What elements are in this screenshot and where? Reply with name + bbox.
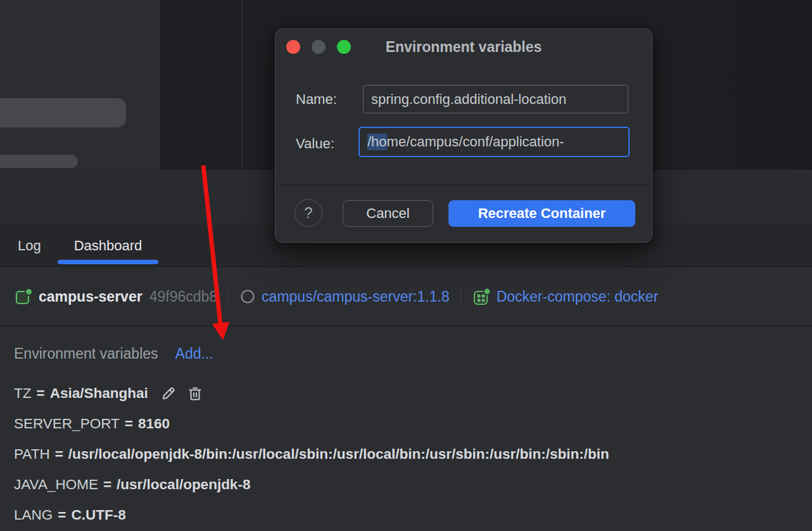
- tab-active-underline: [58, 260, 159, 264]
- question-mark-icon: ?: [304, 204, 312, 222]
- dashboard-content: Environment variables Add... TZ = Asia/S…: [0, 327, 812, 531]
- ide-window: Log Dashboard campus-server 49f96cdb8 ca…: [0, 0, 812, 531]
- dialog-footer-divider: [276, 184, 652, 185]
- env-row: PATH = /usr/local/openjdk-8/bin:/usr/loc…: [14, 439, 812, 470]
- value-field-label: Value:: [296, 136, 334, 152]
- edit-pencil-icon[interactable]: [160, 385, 177, 402]
- tab-log[interactable]: Log: [1, 225, 58, 266]
- trash-icon[interactable]: [186, 385, 204, 402]
- env-key: LANG: [14, 507, 53, 523]
- env-key: TZ: [14, 385, 32, 402]
- docker-compose-running-icon: [472, 287, 491, 306]
- recreate-container-button[interactable]: Recreate Container: [448, 200, 635, 227]
- compose-link[interactable]: Docker-compose: docker: [497, 288, 659, 305]
- env-equals: =: [37, 385, 45, 402]
- env-key: SERVER_PORT: [14, 416, 120, 432]
- container-id: 49f96cdb8: [149, 288, 217, 305]
- name-field-label: Name:: [296, 91, 337, 108]
- env-variable-list: TZ = Asia/Shanghai: [14, 378, 812, 530]
- env-value: 8160: [138, 416, 170, 432]
- panel-divider-vertical: [242, 0, 243, 170]
- value-input-selection: /ho: [367, 134, 387, 150]
- env-row: JAVA_HOME = /usr/local/openjdk-8: [14, 470, 812, 500]
- env-section-header: Environment variables Add...: [14, 345, 812, 362]
- env-value: Asia/Shanghai: [50, 385, 148, 402]
- env-key: PATH: [14, 446, 50, 463]
- status-separator: [228, 288, 229, 305]
- background-panel-left: [0, 0, 160, 170]
- environment-variables-dialog: Environment variables Name: spring.confi…: [275, 29, 652, 243]
- container-name[interactable]: campus-server: [39, 288, 143, 305]
- env-equals: =: [125, 416, 133, 432]
- tab-dashboard-label: Dashboard: [74, 238, 143, 254]
- env-value: /usr/local/openjdk-8/bin:/usr/local/sbin…: [68, 446, 609, 463]
- env-equals: =: [103, 477, 111, 493]
- env-value: /usr/local/openjdk-8: [117, 477, 250, 493]
- value-input-value: me/campus/conf/application-: [387, 134, 564, 150]
- env-add-link[interactable]: Add...: [175, 345, 213, 362]
- image-link[interactable]: campus/campus-server:1.1.8: [262, 288, 450, 305]
- image-icon: [239, 288, 256, 305]
- container-running-icon: [14, 287, 33, 306]
- env-row: LANG = C.UTF-8: [14, 500, 812, 530]
- tab-dashboard[interactable]: Dashboard: [58, 225, 159, 266]
- env-row: TZ = Asia/Shanghai: [14, 378, 812, 409]
- env-key: JAVA_HOME: [14, 477, 98, 493]
- background-list-item-highlight: [0, 98, 126, 127]
- container-status-row: campus-server 49f96cdb8 campus/campus-se…: [0, 267, 812, 326]
- env-equals: =: [55, 446, 63, 463]
- name-input[interactable]: spring.config.additional-location: [363, 85, 628, 113]
- value-input[interactable]: /home/campus/conf/application-: [358, 127, 630, 157]
- name-input-value: spring.config.additional-location: [371, 91, 566, 108]
- cancel-button[interactable]: Cancel: [343, 200, 433, 227]
- env-value: C.UTF-8: [71, 507, 125, 523]
- tab-log-label: Log: [18, 238, 41, 254]
- env-row: SERVER_PORT = 8160: [14, 409, 812, 439]
- dialog-title: Environment variables: [276, 39, 652, 56]
- env-equals: =: [58, 507, 66, 523]
- background-list-item-small: [0, 155, 78, 168]
- help-button[interactable]: ?: [295, 199, 322, 227]
- status-separator: [460, 288, 461, 305]
- env-section-title: Environment variables: [14, 345, 158, 362]
